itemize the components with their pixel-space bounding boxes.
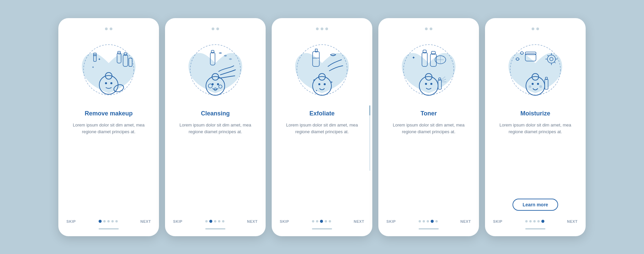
screens-container: ✦ ✦ Remove makeup Lorem ipsum dolor sit … (58, 18, 586, 236)
svg-text:✦: ✦ (98, 57, 101, 61)
bottom-bar-indicator-2 (205, 228, 225, 230)
screen-title-1: Remove makeup (85, 110, 132, 117)
nav-dot (423, 220, 425, 222)
skip-label-2[interactable]: SKIP (173, 219, 182, 223)
top-dot (110, 28, 112, 30)
svg-text:✦: ✦ (92, 66, 94, 69)
svg-text:✦: ✦ (315, 89, 318, 92)
svg-point-28 (324, 83, 326, 85)
svg-point-38 (430, 83, 432, 85)
top-bar-1 (66, 28, 151, 30)
illustration-cleansing (182, 36, 249, 103)
nav-dot (419, 220, 421, 222)
nav-dot-active (541, 220, 544, 223)
top-dot (430, 28, 432, 30)
next-label-4[interactable]: NEXT (460, 219, 471, 223)
screen-body-5: Lorem ipsum dolor sit dim amet, mea regi… (493, 122, 578, 193)
nav-dot (222, 220, 224, 222)
top-dot (316, 28, 319, 30)
nav-dot (103, 220, 106, 222)
nav-dots-3 (312, 220, 331, 223)
top-dot (532, 28, 534, 30)
nav-dots-5 (525, 220, 544, 223)
screen-body-2: Lorem ipsum dolor sit dim amet, mea regi… (173, 122, 258, 210)
nav-dot (525, 220, 528, 222)
nav-dot (107, 220, 110, 222)
nav-dots-1 (99, 220, 118, 223)
top-dot (105, 28, 108, 30)
svg-rect-11 (118, 51, 120, 54)
screen-body-1: Lorem ipsum dolor sit dim amet, mea regi… (66, 122, 151, 210)
nav-dot (325, 220, 327, 222)
svg-point-57 (529, 85, 531, 88)
nav-dot-active (209, 220, 212, 223)
svg-point-27 (318, 83, 320, 85)
svg-point-58 (539, 85, 542, 88)
top-bar-3 (280, 28, 364, 30)
top-dot (425, 28, 428, 30)
nav-dot (218, 220, 220, 222)
screen-body-4: Lorem ipsum dolor sit dim amet, mea regi… (386, 122, 471, 210)
screen-remove-makeup: ✦ ✦ Remove makeup Lorem ipsum dolor sit … (58, 18, 159, 236)
nav-dot (205, 220, 208, 222)
bottom-nav-4: SKIP NEXT (386, 216, 471, 223)
illustration-remove-makeup: ✦ ✦ (75, 36, 142, 103)
illustration-exfoliate: ✦ ✦ ✦ (288, 36, 356, 103)
svg-point-2 (105, 82, 107, 84)
bottom-bar-indicator-3 (312, 228, 332, 230)
nav-dots-4 (419, 220, 438, 223)
nav-dot (312, 220, 314, 222)
next-label-2[interactable]: NEXT (247, 219, 258, 223)
nav-dot (427, 220, 429, 222)
svg-point-55 (532, 83, 534, 85)
svg-point-3 (110, 82, 112, 84)
screen-title-3: Exfoliate (309, 110, 334, 117)
next-label-3[interactable]: NEXT (354, 219, 364, 223)
skip-label-1[interactable]: SKIP (66, 219, 76, 223)
side-scroll-3 (369, 105, 370, 171)
svg-point-56 (537, 83, 539, 85)
nav-dot (529, 220, 532, 222)
svg-point-18 (217, 83, 219, 85)
bottom-bar-indicator-4 (419, 228, 439, 230)
learn-more-button[interactable]: Learn more (513, 199, 558, 211)
bottom-nav-3: SKIP NEXT (280, 216, 364, 223)
screen-body-3: Lorem ipsum dolor sit dim amet, mea regi… (280, 122, 364, 210)
illustration-toner: ✦ (395, 36, 462, 103)
nav-dot (537, 220, 540, 222)
nav-dot (111, 220, 114, 222)
svg-point-37 (425, 83, 427, 85)
top-dot (321, 28, 323, 30)
svg-text:✦: ✦ (412, 55, 415, 60)
bottom-bar-indicator-5 (525, 228, 545, 230)
nav-dots-2 (205, 220, 224, 223)
skip-label-3[interactable]: SKIP (280, 219, 289, 223)
next-label-5[interactable]: NEXT (567, 219, 578, 223)
nav-dot (214, 220, 216, 222)
screen-exfoliate: ✦ ✦ ✦ Exfoliate Lorem ipsum dolor sit di… (272, 18, 372, 236)
svg-text:✦: ✦ (330, 81, 333, 84)
screen-title-5: Moisturize (520, 110, 550, 117)
top-dot (212, 28, 214, 30)
top-dot (536, 28, 539, 30)
screen-title-2: Cleansing (201, 110, 230, 117)
nav-dot-active (320, 220, 323, 223)
illustration-moisturize (502, 36, 569, 103)
bottom-nav-1: SKIP NEXT (66, 216, 151, 223)
nav-dot-active (431, 220, 434, 223)
bottom-bar-indicator-1 (99, 228, 119, 230)
skip-label-5[interactable]: SKIP (493, 219, 502, 223)
top-dot (216, 28, 219, 30)
nav-dot (115, 220, 118, 222)
top-dot (325, 28, 328, 30)
nav-dot (316, 220, 318, 222)
nav-dot (435, 220, 438, 222)
screen-toner: ✦ Toner Lorem ipsum dolor sit dim amet, … (378, 18, 479, 236)
bottom-nav-2: SKIP NEXT (173, 216, 258, 223)
next-label-1[interactable]: NEXT (140, 219, 151, 223)
screen-title-4: Toner (421, 110, 437, 117)
top-bar-4 (386, 28, 471, 30)
skip-label-4[interactable]: SKIP (386, 219, 396, 223)
svg-rect-61 (525, 52, 536, 55)
top-bar-2 (173, 28, 258, 30)
